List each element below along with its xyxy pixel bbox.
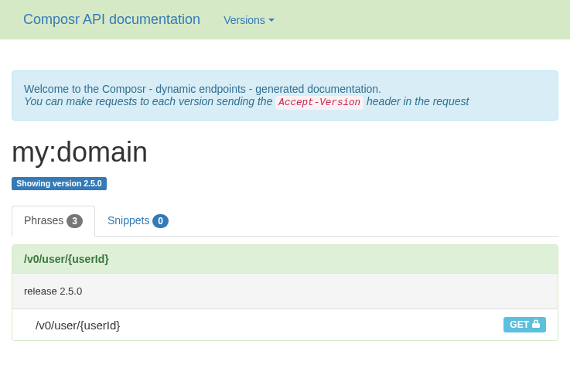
versions-dropdown[interactable]: Versions <box>212 2 286 38</box>
tab-phrases[interactable]: Phrases 3 <box>12 206 95 237</box>
method-verb: GET <box>510 319 529 330</box>
brand-link[interactable]: Composr API documentation <box>12 0 212 39</box>
info-alert: Welcome to the Composr - dynamic endpoin… <box>12 70 558 121</box>
tab-phrases-count: 3 <box>67 214 83 228</box>
tab-phrases-label: Phrases <box>24 214 67 227</box>
navbar: Composr API documentation Versions <box>0 0 570 39</box>
phrase-panel-heading[interactable]: /v0/user/{userId} <box>12 245 558 274</box>
phrase-panel: /v0/user/{userId} release 2.5.0 /v0/user… <box>12 244 558 341</box>
page-title: my:domain <box>12 136 558 169</box>
tab-snippets[interactable]: Snippets 0 <box>95 206 181 237</box>
method-row[interactable]: /v0/user/{userId} GET <box>12 309 558 340</box>
tab-snippets-label: Snippets <box>108 214 152 227</box>
lock-icon <box>532 319 540 330</box>
alert-welcome: Welcome to the Composr - dynamic endpoin… <box>24 83 546 95</box>
method-path: /v0/user/{userId} <box>24 319 120 332</box>
version-badge: Showing version 2.5.0 <box>12 177 107 190</box>
alert-hint-code: Accept-Version <box>275 96 364 110</box>
chevron-down-icon <box>268 19 275 22</box>
method-verb-badge: GET <box>503 317 546 332</box>
phrase-release: release 2.5.0 <box>12 274 558 309</box>
alert-hint-suffix: header in the request <box>367 95 469 107</box>
alert-hint-prefix: You can make requests to each version se… <box>24 95 275 107</box>
tabs: Phrases 3 Snippets 0 <box>12 206 558 237</box>
tab-snippets-count: 0 <box>152 214 169 228</box>
versions-label: Versions <box>224 14 265 26</box>
